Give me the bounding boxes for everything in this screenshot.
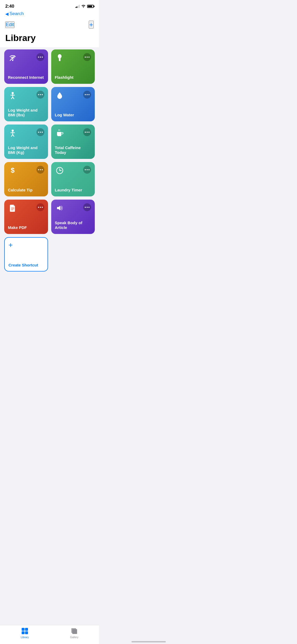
card-title: Laundry Timer — [55, 188, 91, 193]
card-title: Calculate Tip — [8, 188, 44, 193]
back-arrow-icon: ◀ — [5, 11, 8, 16]
card-title: Flashlight — [55, 75, 91, 80]
more-button[interactable] — [36, 166, 44, 174]
card-title: Log Weight and BMI (lbs) — [8, 108, 44, 118]
wifi-icon — [81, 4, 86, 8]
plus-icon: + — [8, 241, 44, 249]
battery-icon — [87, 5, 94, 8]
page-title: Library — [0, 32, 99, 47]
coffee-icon — [55, 128, 64, 138]
status-time: 2:40 — [5, 4, 14, 9]
more-button[interactable] — [83, 53, 91, 61]
more-button[interactable] — [83, 91, 91, 99]
signal-icon — [76, 5, 80, 8]
more-button[interactable] — [36, 91, 44, 99]
card-log-water[interactable]: Log Water — [51, 87, 95, 121]
svg-point-2 — [58, 54, 62, 58]
svg-line-9 — [13, 97, 14, 99]
card-log-weight-lbs[interactable]: Log Weight and BMI (lbs) — [4, 87, 48, 121]
svg-marker-24 — [57, 206, 60, 210]
more-button[interactable] — [83, 128, 91, 136]
card-make-pdf[interactable]: Make PDF — [4, 200, 48, 234]
create-shortcut-card[interactable]: + Create Shortcut — [4, 237, 48, 272]
card-title: Total Caffeine Today — [55, 145, 91, 155]
status-bar: 2:40 — [0, 0, 99, 10]
card-title: Log Weight and BMI (Kg) — [8, 145, 44, 155]
flashlight-icon — [55, 53, 64, 63]
add-button[interactable]: + — [89, 21, 94, 29]
card-title: Make PDF — [8, 225, 44, 230]
card-calculate-tip[interactable]: $ Calculate Tip — [4, 162, 48, 196]
svg-text:$: $ — [11, 167, 15, 174]
svg-rect-16 — [58, 136, 61, 136]
card-laundry-timer[interactable]: Laundry Timer — [51, 162, 95, 196]
back-label: Search — [10, 11, 24, 16]
more-button[interactable] — [83, 203, 91, 211]
more-button[interactable] — [36, 128, 44, 136]
clock-icon — [55, 166, 64, 175]
card-log-weight-kg[interactable]: Log Weight and BMI (Kg) — [4, 125, 48, 159]
edit-button[interactable]: Edit — [5, 21, 15, 28]
card-speak-body-of-article[interactable]: Speak Body of Article — [51, 200, 95, 234]
person-icon — [8, 128, 17, 138]
card-total-caffeine[interactable]: Total Caffeine Today — [51, 125, 95, 159]
dollar-icon: $ — [8, 166, 17, 175]
back-button[interactable]: ◀ Search — [5, 11, 94, 16]
card-flashlight[interactable]: Flashlight — [51, 49, 95, 84]
top-bar: Edit + — [0, 19, 99, 32]
more-button[interactable] — [36, 203, 44, 211]
card-title: Reconnect Internet — [8, 75, 44, 80]
wifi-icon — [8, 53, 17, 63]
drop-icon — [55, 91, 64, 100]
svg-point-0 — [12, 60, 13, 61]
more-button[interactable] — [36, 53, 44, 61]
status-icons — [76, 4, 94, 8]
more-button[interactable] — [83, 166, 91, 174]
svg-line-14 — [13, 135, 14, 136]
card-reconnect-internet[interactable]: Reconnect Internet — [4, 49, 48, 84]
svg-rect-15 — [57, 132, 61, 136]
doc-icon — [8, 203, 17, 213]
create-shortcut-label: Create Shortcut — [8, 263, 44, 267]
speaker-icon — [55, 203, 64, 213]
card-title: Log Water — [55, 113, 91, 118]
person-icon — [8, 91, 17, 100]
nav-bar: ◀ Search — [0, 10, 99, 19]
shortcuts-grid: Reconnect Internet Flashlight — [0, 47, 99, 276]
card-title: Speak Body of Article — [55, 220, 91, 231]
